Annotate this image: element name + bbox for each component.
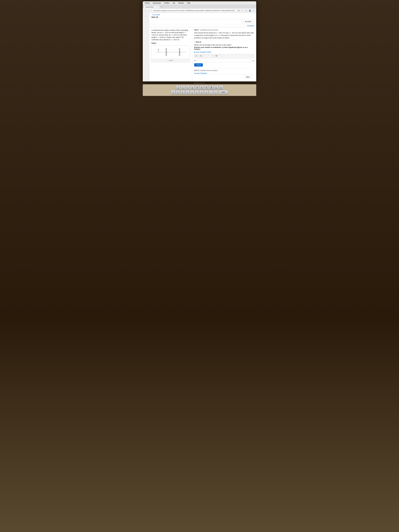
submit-button[interactable]: Submit [194, 63, 203, 66]
key-f7[interactable]: ◀◀ F7 [195, 85, 199, 90]
key-f9[interactable]: ▶▶ F9 [204, 85, 209, 90]
key-f6[interactable]: ☀☀ F6 [190, 85, 195, 90]
hint-link[interactable]: ▶ View Available Hint(s) [194, 51, 254, 53]
menu-help[interactable]: Help [186, 2, 191, 4]
menu-window[interactable]: Window [178, 2, 184, 4]
keyboard-btn[interactable]: ⌨ [215, 55, 218, 57]
active-tab[interactable]: ourse Home × [144, 5, 160, 8]
problem-text: A compound lens system consists of two c… [152, 29, 190, 41]
part-e-section: Part E Complete previous part(s) [194, 68, 254, 71]
key-star-8[interactable]: * 8 [195, 90, 199, 94]
collapse-arrow: ▼ [194, 41, 196, 43]
problem-area: A compound lens system consists of two c… [149, 27, 256, 81]
key-delete[interactable]: delete [219, 90, 228, 94]
figure-nav-bar: ‹ 1 of 1 › [152, 59, 190, 62]
menu-bar: History Bookmarks Profiles Tab Window He… [143, 1, 256, 5]
sidebar: ‹ [143, 13, 149, 81]
key-f12[interactable]: 🔊 F12 [219, 85, 223, 90]
address-bar: ‹ › ⬆ ☆ ▭ 👤 ⋮ [143, 8, 256, 13]
pagination-controls: ‹ 41 of 59 › [242, 20, 254, 23]
part-c-text: Now remove the two lenses at x = +20.0 c… [194, 32, 254, 39]
menu-tab[interactable]: Tab [172, 2, 176, 4]
page-title: Item 41 [152, 16, 254, 19]
problem-description: A compound lens system consists of two c… [149, 27, 192, 81]
key-paren-9[interactable]: ( 9 [200, 90, 204, 94]
back-button[interactable]: ‹ [144, 9, 147, 12]
answer-input[interactable] [198, 59, 251, 62]
key-f3[interactable]: 목 F3 [176, 85, 180, 90]
main-area: ‹ Ch 23 HW Item 41 ‹ 41 of 59 › Constant [149, 13, 256, 81]
forward-button[interactable]: › [148, 9, 151, 12]
svg-text:f₂: f₂ [180, 52, 181, 53]
part-d-section: ▼ Part D What is the focal length of the… [194, 41, 254, 74]
bookmark-icon[interactable]: ☆ [241, 9, 244, 12]
feedback-link[interactable]: Provide Feedback [194, 72, 254, 74]
browser-actions: ⬆ ☆ ▭ 👤 ⋮ [237, 9, 255, 12]
part-c-label: Part C [194, 29, 199, 31]
undo-btn[interactable]: ↩ [204, 55, 207, 57]
key-f4[interactable]: ⠿ F4 [181, 85, 185, 90]
key-f8[interactable]: ▶II F8 [200, 85, 204, 90]
input-label: f₃ = [194, 60, 197, 62]
sidebar-back-btn[interactable]: ‹ [144, 14, 148, 18]
figure-label: Figure [152, 42, 190, 44]
question-instruction: Express your answer in centimeters, to t… [194, 46, 254, 50]
menu-history[interactable]: History [144, 2, 150, 4]
laptop-frame: History Bookmarks Profiles Tab Window He… [0, 0, 399, 532]
reset-btn[interactable]: ↺ [211, 55, 214, 57]
constants-link[interactable]: Constants [152, 25, 254, 27]
share-icon[interactable]: ⬆ [237, 9, 241, 12]
browser-chrome: ourse Home × + ‹ › ⬆ ☆ ▭ 👤 ⋮ [143, 5, 256, 13]
page-header: ‹ Ch 23 HW Item 41 [149, 13, 256, 19]
svg-marker-2 [158, 49, 159, 50]
prev-page-btn[interactable]: ‹ [243, 21, 245, 23]
figure-next-btn[interactable]: › [173, 59, 174, 61]
next-button[interactable]: Next › [244, 76, 252, 79]
key-amp-7[interactable]: & 7 [190, 90, 194, 94]
key-minus[interactable]: _ - [209, 90, 213, 94]
extensions-icon[interactable]: ⋮ [252, 9, 255, 12]
menu-profiles[interactable]: Profiles [164, 2, 170, 4]
key-caret-6[interactable]: ^ 6 [185, 90, 190, 94]
tab-bar: ourse Home × + [143, 5, 256, 8]
unit-label: cm [252, 60, 254, 61]
part-c-complete: Complete previous part(s) [200, 29, 218, 31]
content-layout: ‹ ‹ Ch 23 HW Item 41 ‹ 41 of 59 › [143, 13, 256, 81]
key-hash-3[interactable]: # 3 [171, 90, 175, 94]
reader-view-icon[interactable]: ▭ [245, 9, 248, 12]
url-input[interactable] [152, 9, 236, 12]
part-c-section: Part C Complete previous part(s) Now rem… [194, 29, 254, 39]
greek-btn[interactable]: ΑΣφ [199, 55, 203, 57]
answer-row: f₃ = cm [194, 59, 254, 62]
key-f11[interactable]: 🔉 F11 [214, 85, 218, 90]
breadcrumb[interactable]: ‹ Ch 23 HW [152, 14, 254, 16]
figure-prev-btn[interactable]: ‹ [167, 59, 168, 61]
question-text: What is the focal length of the new lens… [194, 44, 254, 46]
number-key-row: # 3 $ 4 % 5 ^ 6 & 7 * 8 [144, 90, 255, 94]
key-f5[interactable]: ☀ F5 [185, 85, 190, 90]
help-btn[interactable]: ? [218, 55, 222, 57]
key-paren-0[interactable]: ) 0 [204, 90, 209, 94]
tab-close-btn[interactable]: × [156, 6, 158, 8]
key-plus[interactable]: + = [214, 90, 218, 94]
answer-toolbar: ■√□ ΑΣφ ↩ ↪ ↺ ⌨ ? [194, 54, 254, 58]
menu-bookmarks[interactable]: Bookmarks [152, 2, 161, 4]
key-percent-5[interactable]: % 5 [181, 90, 185, 94]
part-d-header[interactable]: ▼ Part D [194, 41, 254, 43]
key-dollar-4[interactable]: $ 4 [176, 90, 180, 94]
profile-icon[interactable]: 👤 [248, 9, 252, 12]
next-page-btn[interactable]: › [251, 21, 253, 23]
lens-diagram: f₁ f₂ [152, 45, 190, 59]
screen-area: History Bookmarks Profiles Tab Window He… [143, 1, 256, 81]
figure-container: f₁ f₂ [152, 45, 190, 62]
new-tab-button[interactable]: + [160, 6, 163, 8]
keyboard-area: 목 F3 ⠿ F4 ☀ F5 ☀☀ F6 ◀◀ F7 ▶II F8 [143, 84, 256, 96]
tab-label: ourse Home [146, 6, 155, 8]
redo-btn[interactable]: ↪ [207, 55, 210, 57]
matrix-btn[interactable]: ■√□ [195, 55, 198, 57]
part-e-label: Part E Complete previous part(s) [194, 70, 217, 71]
key-f10[interactable]: 🔇 F10 [209, 85, 214, 90]
macbook-label: MacBook Air [194, 82, 205, 84]
fn-key-row: 목 F3 ⠿ F4 ☀ F5 ☀☀ F6 ◀◀ F7 ▶II F8 [144, 85, 255, 90]
part-d-label: Part D [196, 41, 201, 43]
